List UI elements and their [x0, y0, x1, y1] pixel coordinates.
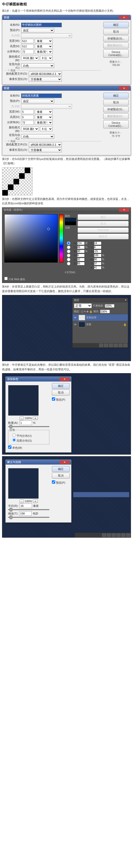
cancel-button[interactable]: 取消: [52, 473, 70, 478]
uniform-radio[interactable]: 平均分布(U): [12, 434, 32, 437]
r-radio[interactable]: [65, 254, 72, 257]
lock-icons[interactable]: ▢ ✎ ✥ 🔒: [81, 310, 92, 313]
lab-b-input[interactable]: [94, 250, 101, 253]
height-input[interactable]: [21, 44, 34, 49]
res-input[interactable]: [21, 120, 34, 125]
cancel-button[interactable]: 取消: [52, 390, 70, 396]
close-icon[interactable]: ✕: [60, 377, 70, 381]
thresh-input[interactable]: [19, 511, 32, 516]
preset-select[interactable]: 自定: [21, 28, 54, 33]
res-input[interactable]: [21, 50, 34, 54]
a-input[interactable]: [94, 246, 101, 249]
fill-input[interactable]: [100, 310, 110, 313]
mask-icon[interactable]: [104, 344, 108, 347]
bg-select[interactable]: 白色: [21, 134, 54, 139]
radius-input[interactable]: [19, 503, 32, 508]
zoom-in-button[interactable]: +: [33, 416, 38, 420]
ok-button[interactable]: 确定: [103, 22, 129, 28]
web-only-checkbox[interactable]: 只有 Web 颜色: [4, 278, 25, 281]
preset-select[interactable]: 自定: [21, 99, 54, 103]
ok-button[interactable]: 确定: [103, 93, 129, 99]
cancel-button[interactable]: 取消: [77, 221, 129, 227]
add-swatch-button[interactable]: 添加到色板: [77, 227, 129, 233]
b-input[interactable]: [77, 250, 85, 253]
amount-input[interactable]: [19, 421, 32, 425]
folder-icon[interactable]: [112, 533, 116, 537]
y-input[interactable]: [94, 262, 101, 266]
ok-button[interactable]: 确定: [52, 466, 70, 472]
mask-icon[interactable]: [107, 533, 111, 537]
hue-slider[interactable]: [59, 214, 63, 262]
expand-icon[interactable]: ☆: [6, 69, 9, 71]
layer-row[interactable]: 👁背景🔒: [72, 321, 128, 328]
profile-select[interactable]: sRGB IEC61966-2.1: [29, 143, 62, 147]
c-input[interactable]: [94, 254, 101, 257]
aspect-select[interactable]: 方形像素: [29, 77, 62, 82]
ok-button[interactable]: 确定: [52, 383, 70, 389]
m-input[interactable]: [94, 258, 101, 261]
color-lib-button[interactable]: 颜色库: [77, 234, 129, 240]
name-input[interactable]: [21, 93, 62, 98]
aspect-select[interactable]: 方形像素: [29, 148, 62, 152]
preview-checkbox[interactable]: 预览(P): [52, 397, 70, 402]
cancel-button[interactable]: 取消: [103, 100, 129, 105]
zoom-out-button[interactable]: -: [20, 416, 24, 420]
b-radio[interactable]: [65, 250, 72, 253]
new-layer-icon[interactable]: [121, 533, 125, 537]
expand-icon[interactable]: ☆: [6, 140, 9, 143]
height-input[interactable]: [21, 115, 34, 120]
save-preset-button[interactable]: 存储预设(S)...: [103, 36, 129, 41]
amount-slider[interactable]: [8, 426, 49, 427]
new-layer-icon[interactable]: [119, 344, 123, 347]
name-input[interactable]: [21, 23, 62, 27]
layer-row[interactable]: 👁背景纹理: [72, 314, 128, 321]
r-input[interactable]: [77, 254, 85, 257]
eye-icon[interactable]: 👁: [73, 316, 77, 319]
opacity-input[interactable]: [105, 304, 114, 308]
trash-icon[interactable]: [126, 533, 130, 537]
profile-select[interactable]: sRGB IEC61966-2.1: [29, 71, 62, 76]
g-radio[interactable]: [65, 258, 72, 261]
close-icon[interactable]: ✕: [119, 86, 129, 90]
height-unit[interactable]: 像素: [35, 44, 53, 49]
close-icon[interactable]: ✕: [119, 16, 129, 19]
blend-mode-select[interactable]: 正常: [74, 303, 92, 308]
eye-icon[interactable]: 👁: [73, 323, 77, 326]
width-input[interactable]: [21, 110, 34, 114]
fx-icon[interactable]: [102, 533, 106, 537]
bit-select[interactable]: 8 位: [40, 127, 53, 131]
k-input[interactable]: [94, 266, 101, 270]
adjust-icon[interactable]: [117, 533, 121, 537]
gaussian-radio[interactable]: 高斯分布(G): [12, 439, 32, 442]
color-field[interactable]: [4, 214, 58, 262]
radius-slider[interactable]: [8, 509, 49, 510]
fx-icon[interactable]: [99, 344, 103, 347]
width-input[interactable]: [21, 39, 34, 43]
mono-checkbox[interactable]: 单色(M): [8, 446, 22, 449]
h-input[interactable]: [77, 242, 85, 245]
s-input[interactable]: [77, 246, 85, 249]
folder-icon[interactable]: [109, 344, 113, 347]
width-unit[interactable]: 像素: [35, 110, 53, 114]
mode-select[interactable]: RGB 颜色: [21, 127, 39, 131]
thresh-slider[interactable]: [8, 517, 49, 518]
bb-radio[interactable]: [65, 262, 72, 266]
preview-checkbox[interactable]: 预览(P): [52, 480, 70, 485]
res-unit[interactable]: 像素/英寸: [35, 120, 53, 125]
device-central-button[interactable]: Device Central(E)...: [103, 120, 129, 128]
adjust-icon[interactable]: [114, 344, 118, 347]
g-input[interactable]: [77, 258, 85, 261]
panel-menu-icon[interactable]: ▾: [125, 299, 126, 302]
bit-select[interactable]: 8 位: [40, 56, 53, 60]
zoom-in-button[interactable]: +: [33, 499, 38, 503]
bb-input[interactable]: [77, 262, 85, 266]
close-icon[interactable]: ✕: [119, 208, 129, 212]
ok-button[interactable]: 确定: [77, 214, 129, 220]
zoom-out-button[interactable]: -: [20, 499, 24, 503]
trash-icon[interactable]: [123, 344, 127, 347]
width-unit[interactable]: 像素: [35, 39, 53, 43]
close-icon[interactable]: ✕: [60, 461, 70, 464]
mode-select[interactable]: RGB 颜色: [21, 56, 39, 60]
save-preset-button[interactable]: 存储预设(S)...: [103, 106, 129, 112]
bg-select[interactable]: 白色: [21, 63, 54, 68]
